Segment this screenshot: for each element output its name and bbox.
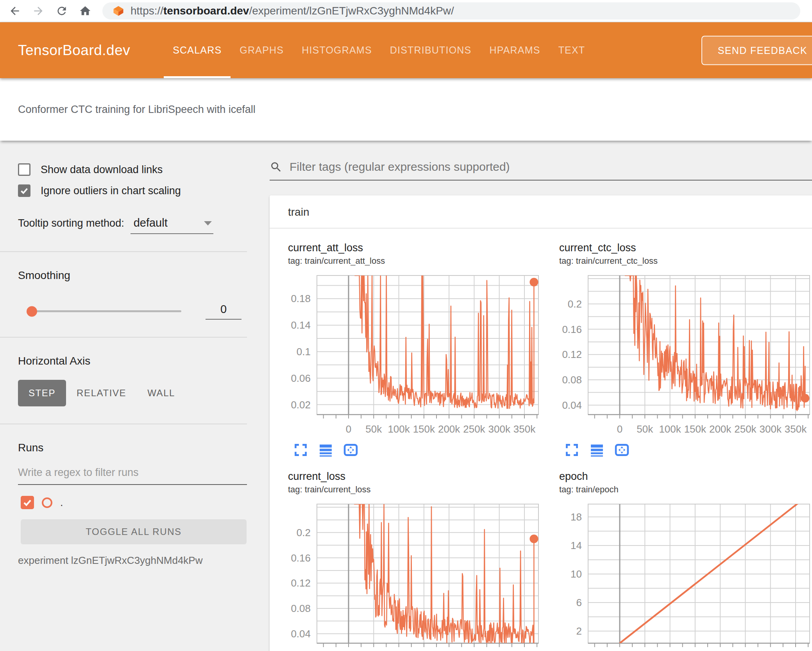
tooltip-sorting-value: default [134, 216, 168, 229]
url-path: /experiment/lzGnETjwRxC3yghNMd4kPw/ [249, 5, 454, 17]
chart-plot-epoch[interactable]: 18141062050k100k150k200k250k300k350k [559, 501, 812, 651]
tab-graphs[interactable]: GRAPHS [231, 22, 293, 78]
series-end-dot [529, 278, 538, 286]
chart-tag: tag: train/current_loss [288, 485, 541, 495]
svg-text:0.16: 0.16 [562, 324, 582, 335]
tab-distributions[interactable]: DISTRIBUTIONS [381, 22, 481, 78]
svg-text:0.12: 0.12 [562, 349, 582, 360]
show-download-row[interactable]: Show data download links [18, 163, 250, 176]
chart-title: current_att_loss [288, 242, 541, 254]
content: Show data download links Ignore outliers… [0, 141, 812, 651]
series-line [625, 275, 805, 411]
experiment-title: Conformer CTC training for LibriSpeech w… [18, 104, 256, 116]
experiment-bar: Conformer CTC training for LibriSpeech w… [0, 78, 812, 141]
svg-text:0: 0 [617, 423, 622, 435]
train-section-title[interactable]: train [270, 195, 812, 229]
svg-text:0.08: 0.08 [291, 603, 311, 614]
smoothing-slider[interactable] [28, 310, 181, 312]
svg-text:0.18: 0.18 [291, 293, 311, 304]
tooltip-sorting-label: Tooltip sorting method: [18, 217, 124, 229]
chart-plot-current_loss[interactable]: 0.20.160.120.080.04050k100k150k200k250k3… [288, 501, 546, 651]
chevron-down-icon [204, 221, 212, 225]
svg-text:2: 2 [576, 625, 582, 637]
charts-grid: current_att_losstag: train/current_att_l… [270, 229, 812, 651]
sidebar: Show data download links Ignore outliers… [0, 141, 250, 651]
tab-scalars[interactable]: SCALARS [164, 22, 231, 78]
log-scale-icon[interactable] [318, 443, 333, 457]
fit-domain-icon[interactable] [615, 443, 629, 457]
svg-text:0.16: 0.16 [291, 552, 311, 564]
chart-toolbar [565, 443, 812, 457]
chart-toolbar [293, 443, 541, 457]
toggle-all-runs-button[interactable]: TOGGLE ALL RUNS [21, 519, 247, 544]
smoothing-label: Smoothing [18, 269, 250, 282]
svg-text:300k: 300k [760, 423, 782, 435]
svg-text:0.06: 0.06 [291, 372, 311, 384]
run-checkbox[interactable] [21, 496, 34, 509]
svg-text:18: 18 [571, 511, 582, 523]
filter-tags-input[interactable] [290, 160, 812, 173]
ignore-outliers-row[interactable]: Ignore outliers in chart scaling [18, 184, 250, 197]
runs-filter-input[interactable] [18, 464, 247, 485]
svg-text:10: 10 [571, 568, 582, 580]
ignore-outliers-checkbox[interactable] [18, 184, 30, 197]
chart-tag: tag: train/current_ctc_loss [559, 256, 812, 266]
show-download-label: Show data download links [41, 164, 163, 176]
smoothing-value-input[interactable] [206, 303, 241, 320]
svg-text:0.1: 0.1 [297, 346, 311, 358]
svg-text:0: 0 [346, 423, 351, 435]
app-header: TensorBoard.dev SCALARSGRAPHSHISTOGRAMSD… [0, 22, 812, 78]
divider [0, 424, 247, 424]
svg-text:200k: 200k [438, 423, 460, 435]
divider [0, 251, 247, 252]
divider [0, 337, 247, 338]
check-icon [20, 186, 29, 195]
tooltip-sorting-select[interactable]: default [131, 216, 213, 234]
address-bar[interactable]: https://tensorboard.dev/experiment/lzGnE… [102, 2, 800, 20]
tab-histograms[interactable]: HISTOGRAMS [293, 22, 381, 78]
series-line [354, 504, 534, 643]
fit-domain-icon[interactable] [343, 443, 358, 457]
svg-text:200k: 200k [709, 423, 732, 435]
tab-text[interactable]: TEXT [549, 22, 594, 78]
svg-text:0.14: 0.14 [291, 319, 311, 331]
chart-tag: tag: train/epoch [559, 485, 812, 495]
fullscreen-icon[interactable] [565, 443, 579, 457]
svg-text:50k: 50k [365, 423, 382, 435]
svg-text:6: 6 [576, 597, 582, 608]
tooltip-sorting-row: Tooltip sorting method: default [18, 216, 250, 234]
series-line [354, 275, 534, 408]
train-card: train current_att_losstag: train/current… [270, 195, 812, 651]
send-feedback-button[interactable]: SEND FEEDBACK [701, 36, 812, 65]
svg-text:0.04: 0.04 [562, 399, 582, 411]
forward-icon[interactable] [32, 5, 45, 17]
fullscreen-icon[interactable] [293, 443, 308, 457]
reload-icon[interactable] [55, 5, 68, 17]
home-icon[interactable] [79, 5, 91, 17]
svg-text:0.04: 0.04 [291, 628, 311, 640]
chart-tag: tag: train/current_att_loss [288, 256, 541, 266]
slider-thumb[interactable] [27, 306, 37, 317]
axis-button-relative[interactable]: RELATIVE [66, 380, 137, 406]
chart-plot-current_ctc_loss[interactable]: 0.20.160.120.080.04050k100k150k200k250k3… [559, 272, 812, 434]
svg-text:250k: 250k [734, 423, 757, 435]
series-line [620, 494, 810, 643]
browser-toolbar: https://tensorboard.dev/experiment/lzGnE… [0, 0, 812, 22]
nav-tabs: SCALARSGRAPHSHISTOGRAMSDISTRIBUTIONSHPAR… [164, 22, 594, 78]
svg-text:100k: 100k [659, 423, 681, 435]
series-end-dot [529, 535, 538, 543]
main-panel: train current_att_losstag: train/current… [250, 141, 812, 651]
svg-text:100k: 100k [388, 423, 410, 435]
back-icon[interactable] [9, 5, 21, 17]
axis-button-step[interactable]: STEP [18, 380, 66, 406]
show-download-checkbox[interactable] [18, 163, 30, 176]
run-row[interactable]: . [18, 496, 250, 509]
axis-button-wall[interactable]: WALL [137, 380, 186, 406]
chart-plot-current_att_loss[interactable]: 0.180.140.10.060.02050k100k150k200k250k3… [288, 272, 546, 434]
chart-title: epoch [559, 470, 812, 483]
search-icon [270, 161, 283, 173]
tab-hparams[interactable]: HPARAMS [480, 22, 549, 78]
smoothing-row [18, 303, 250, 320]
log-scale-icon[interactable] [590, 443, 604, 457]
svg-text:350k: 350k [785, 423, 807, 435]
